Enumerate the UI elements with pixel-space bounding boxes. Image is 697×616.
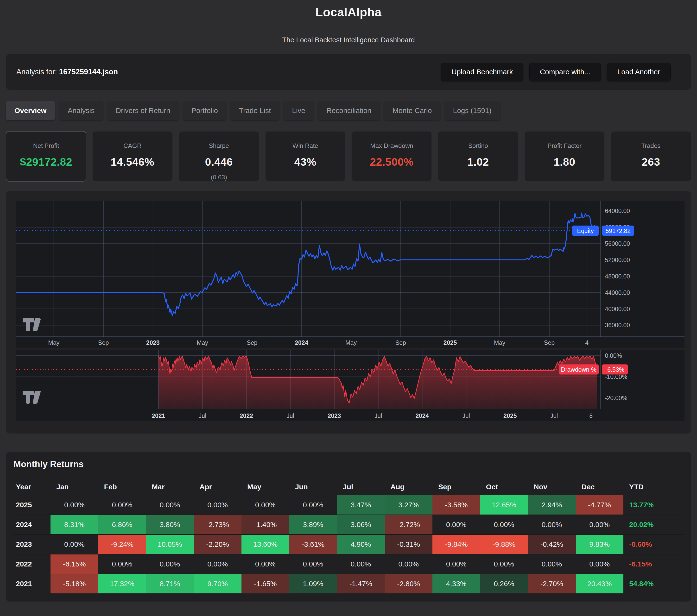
metric-value: $29172.82 [20,156,72,168]
return-cell: 13.60% [241,535,289,554]
svg-text:8: 8 [589,412,593,419]
return-cell: 4.33% [432,574,480,594]
column-header-sep: Sep [432,479,480,495]
svg-text:Equity: Equity [577,227,594,234]
tab-live[interactable]: Live [283,101,314,120]
return-cell: -0.42% [528,535,576,554]
column-header-aug: Aug [385,479,433,495]
year-cell: 2024 [13,515,50,534]
return-cell: 0.00% [146,495,194,514]
metric-card-win-rate: Win Rate43% [265,131,346,182]
tab-overview[interactable]: Overview [6,101,55,120]
svg-text:May: May [197,339,208,346]
svg-text:-20.00%: -20.00% [605,394,627,401]
svg-text:56000.00: 56000.00 [605,240,630,247]
return-cell: -9.84% [432,535,480,554]
analysis-bar: Analysis for: 1675259144.json Upload Ben… [6,54,691,90]
monthly-table-header-row: YearJanFebMarAprMayJunJulAugSepOctNovDec… [13,479,684,495]
compare-with-button[interactable]: Compare with... [529,63,600,81]
svg-text:Jul: Jul [374,412,382,419]
tab-monte-carlo[interactable]: Monte Carlo [384,101,440,120]
return-cell: 0.00% [98,554,146,574]
return-cell: 0.00% [337,554,385,574]
metric-value: 1.02 [467,156,489,168]
tab-reconciliation[interactable]: Reconciliation [318,101,380,120]
return-cell: 2.94% [528,495,576,514]
column-header-mar: Mar [146,479,194,495]
upload-benchmark-button[interactable]: Upload Benchmark [441,63,523,81]
ytd-cell: 13.77% [623,495,684,514]
column-header-feb: Feb [98,479,146,495]
svg-text:64000.00: 64000.00 [605,208,630,214]
return-cell: -2.73% [194,515,242,534]
return-cell: 0.00% [432,515,480,534]
tab-portfolio[interactable]: Portfolio [183,101,226,120]
metric-label: Trades [641,142,661,150]
ytd-cell: -6.15% [623,554,684,574]
tab-bar: OverviewAnalysisDrivers of ReturnPortfol… [6,101,500,120]
metric-card-max-drawdown: Max Drawdown22.500% [351,131,432,182]
return-cell: 0.00% [241,495,289,514]
year-cell: 2021 [13,574,50,594]
svg-text:4: 4 [585,339,589,346]
metric-value: 1.80 [554,156,575,168]
tabs-divider [6,127,691,127]
metric-card-sortino: Sortino1.02 [438,131,518,182]
equity-chart[interactable]: 64000.0060000.0056000.0052000.0048000.00… [16,201,684,348]
return-cell: 0.00% [194,495,242,514]
monthly-returns-card: Monthly Returns YearJanFebMarAprMayJunJu… [6,452,691,602]
svg-text:Drawdown %: Drawdown % [561,366,596,373]
metric-value: 0.446 [205,156,233,168]
svg-text:Sep: Sep [544,339,554,346]
svg-text:59172.82: 59172.82 [606,227,631,234]
return-cell: 0.00% [432,554,480,574]
column-header-nov: Nov [528,479,576,495]
return-cell: -1.65% [241,574,289,594]
return-cell: -6.15% [50,554,98,574]
return-cell: 8.31% [50,515,98,534]
metric-label: CAGR [123,142,142,150]
monthly-returns-table: YearJanFebMarAprMayJunJulAugSepOctNovDec… [13,479,684,594]
return-cell: 0.00% [528,515,576,534]
monthly-row-2023: 20230.00%-9.24%10.05%-2.20%13.60%-3.61%4… [13,534,684,554]
tab-logs-1591[interactable]: Logs (1591) [444,101,500,120]
metric-label: Sortino [468,142,488,150]
tab-drivers-of-return[interactable]: Drivers of Return [107,101,179,120]
return-cell: 0.00% [480,515,528,534]
return-cell: 3.47% [337,495,385,514]
return-cell: 0.00% [146,554,194,574]
svg-text:Jul: Jul [550,412,558,419]
column-header-year: Year [13,479,50,495]
metric-label: Profit Factor [547,142,581,150]
return-cell: -9.88% [480,535,528,554]
column-header-ytd: YTD [623,479,684,495]
svg-text:Jul: Jul [286,412,294,419]
metric-value: 43% [294,156,316,168]
drawdown-chart[interactable]: 0.00%-10.00%-20.00%2021Jul2022Jul2023Jul… [16,350,684,421]
return-cell: 0.00% [241,554,289,574]
return-cell: 0.00% [289,495,337,514]
return-cell: -2.70% [528,574,576,594]
return-cell: 0.00% [98,495,146,514]
svg-text:May: May [494,339,506,346]
svg-text:52000.00: 52000.00 [605,257,630,263]
metric-subvalue: (0.63) [211,174,227,181]
svg-text:2024: 2024 [295,339,308,346]
equity-svg[interactable]: 64000.0060000.0056000.0052000.0048000.00… [16,201,684,348]
drawdown-svg[interactable]: 0.00%-10.00%-20.00%2021Jul2022Jul2023Jul… [16,350,684,421]
return-cell: 3.80% [146,515,194,534]
svg-text:0.00%: 0.00% [605,352,622,359]
metric-card-sharpe: Sharpe0.446(0.63) [179,131,259,182]
return-cell: 3.06% [337,515,385,534]
load-another-button[interactable]: Load Another [607,63,671,81]
tab-trade-list[interactable]: Trade List [231,101,280,120]
svg-text:2024: 2024 [416,412,429,419]
tab-analysis[interactable]: Analysis [59,101,103,120]
return-cell: -4.77% [576,495,624,514]
column-header-dec: Dec [576,479,624,495]
svg-text:Sep: Sep [247,339,257,346]
return-cell: 3.27% [385,495,433,514]
return-cell: 10.05% [146,535,194,554]
return-cell: 0.00% [50,495,98,514]
return-cell: -9.24% [98,535,146,554]
